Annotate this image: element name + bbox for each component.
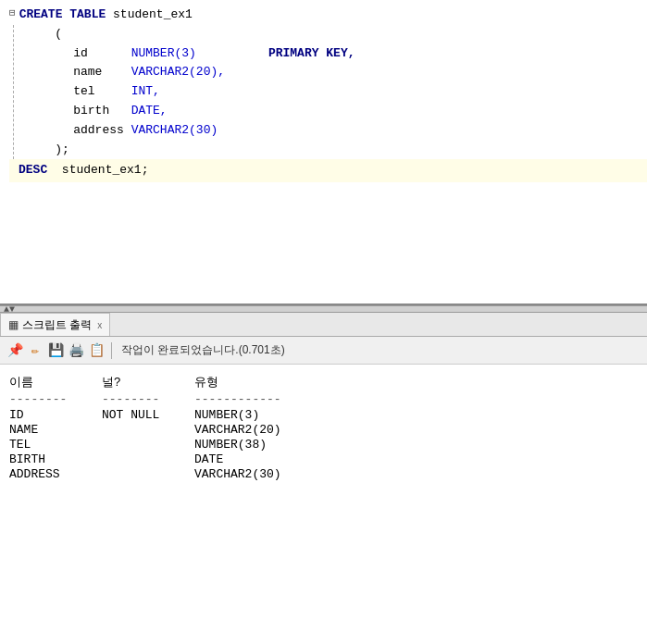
collapse-icon[interactable]: ⊟ <box>9 6 16 22</box>
field-tel-line: tel INT, <box>26 82 647 102</box>
table-header-row: 이름 널? 유형 <box>9 374 638 390</box>
row-type: DATE <box>194 452 379 466</box>
export-icon[interactable]: 📋 <box>87 341 106 360</box>
keyword-create: CREATE <box>19 6 63 25</box>
divider-null: -------- <box>102 392 194 406</box>
save-icon[interactable]: 💾 <box>46 341 65 360</box>
field-id-name: id <box>73 44 131 64</box>
field-birth-type: DATE, <box>131 102 168 121</box>
paren-close-line: ); <box>26 141 647 160</box>
table-row: BIRTHDATE <box>9 452 638 466</box>
table-body-content: ( id NUMBER(3) PRIMARY KEY, name <box>26 25 647 160</box>
desc-table-name: student_ex1; <box>55 163 148 177</box>
output-panel: ▦ 스크립트 출력 x 📌 ✏️ 💾 🖨️ 📋 작업이 완료되었습니다.(0.7… <box>0 313 647 644</box>
space1 <box>62 6 69 25</box>
header-name: 이름 <box>9 374 102 390</box>
print-icon[interactable]: 🖨️ <box>67 341 85 360</box>
field-id-line: id NUMBER(3) PRIMARY KEY, <box>26 44 647 64</box>
output-toolbar: 📌 ✏️ 💾 🖨️ 📋 작업이 완료되었습니다.(0.701초) <box>0 337 647 365</box>
table-divider-row: -------- -------- ------------ <box>9 392 638 406</box>
tab-bar: ▦ 스크립트 출력 x <box>0 313 647 337</box>
paren-open-line: ( <box>26 25 647 44</box>
field-address-name: address <box>73 121 131 141</box>
header-nullable: 널? <box>102 374 194 390</box>
table-row: NAMEVARCHAR2(20) <box>9 423 638 437</box>
keyword-table: TABLE <box>69 6 106 25</box>
field-address-type: VARCHAR2(30) <box>131 121 218 141</box>
editor-panel: ⊟ CREATE TABLE student_ex1 ( id NUMBER(3… <box>0 0 647 305</box>
desc-line: DESC student_ex1; <box>9 159 647 182</box>
field-name-type: VARCHAR2(20), <box>131 63 225 82</box>
field-id-constraint: PRIMARY KEY, <box>268 44 355 64</box>
resize-handle[interactable]: ▲▼ <box>0 305 647 313</box>
row-nullable: NOT NULL <box>102 408 194 422</box>
row-type: VARCHAR2(20) <box>194 423 379 437</box>
row-nullable <box>102 467 194 481</box>
table-row: IDNOT NULLNUMBER(3) <box>9 408 638 422</box>
guide-line <box>13 25 26 160</box>
row-nullable <box>102 452 194 466</box>
create-table-line: ⊟ CREATE TABLE student_ex1 <box>9 6 647 25</box>
tab-close-button[interactable]: x <box>97 320 102 330</box>
pin-icon[interactable]: 📌 <box>6 341 24 360</box>
editor-content: ⊟ CREATE TABLE student_ex1 ( id NUMBER(3… <box>0 0 647 188</box>
field-birth-name: birth <box>73 102 131 121</box>
field-birth-line: birth DATE, <box>26 102 647 121</box>
field-tel-name: tel <box>73 82 131 102</box>
row-name: TEL <box>9 438 102 452</box>
field-name-name: name <box>73 63 131 82</box>
field-id-type: NUMBER(3) <box>131 44 196 64</box>
row-name: ID <box>9 408 102 422</box>
field-address-line: address VARCHAR2(30) <box>26 121 647 141</box>
row-nullable <box>102 423 194 437</box>
field-tel-type: INT, <box>131 82 160 102</box>
divider-name: -------- <box>9 392 102 406</box>
tab-grid-icon: ▦ <box>8 318 19 331</box>
row-type: NUMBER(3) <box>194 408 379 422</box>
keyword-desc: DESC <box>19 163 47 177</box>
row-type: NUMBER(38) <box>194 438 379 452</box>
edit-icon[interactable]: ✏️ <box>26 341 44 360</box>
header-type: 유형 <box>194 374 379 390</box>
table-row: ADDRESSVARCHAR2(30) <box>9 467 638 481</box>
row-type: VARCHAR2(30) <box>194 467 379 481</box>
table-name: student_ex1 <box>106 6 193 25</box>
output-table: 이름 널? 유형 -------- -------- ------------ … <box>0 365 647 644</box>
tab-label: 스크립트 출력 <box>22 317 92 333</box>
row-name: BIRTH <box>9 452 102 466</box>
data-rows-container: IDNOT NULLNUMBER(3)NAMEVARCHAR2(20)TELNU… <box>9 408 638 481</box>
status-text: 작업이 완료되었습니다.(0.701초) <box>121 342 285 358</box>
script-output-tab[interactable]: ▦ 스크립트 출력 x <box>0 313 110 336</box>
divider-type: ------------ <box>194 392 379 406</box>
row-name: NAME <box>9 423 102 437</box>
table-body-block: ( id NUMBER(3) PRIMARY KEY, name <box>9 25 647 160</box>
toolbar-separator <box>111 342 112 359</box>
row-name: ADDRESS <box>9 467 102 481</box>
table-row: TELNUMBER(38) <box>9 438 638 452</box>
field-name-line: name VARCHAR2(20), <box>26 63 647 82</box>
row-nullable <box>102 438 194 452</box>
